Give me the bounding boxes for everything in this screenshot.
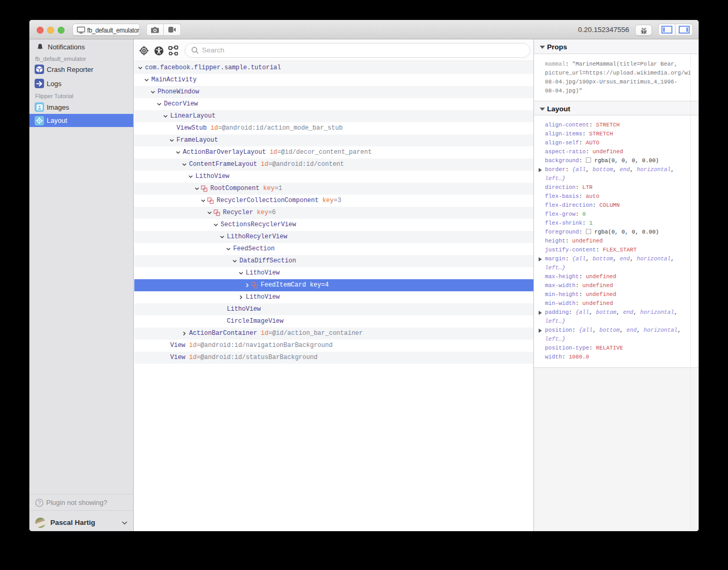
svg-text:?: ? — [38, 500, 41, 506]
